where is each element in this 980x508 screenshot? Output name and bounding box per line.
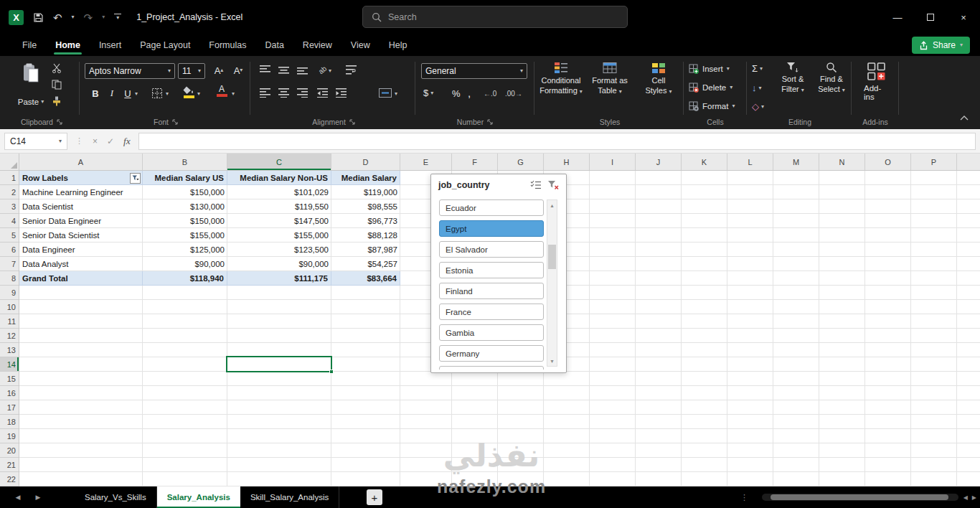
pivot-data-row-cell[interactable]: $125,000 bbox=[143, 243, 227, 257]
number-format-select[interactable]: General ▾ bbox=[421, 63, 527, 79]
row-labels-filter-button[interactable] bbox=[130, 173, 141, 184]
pivot-data-row-cell[interactable]: Data Scientist bbox=[19, 199, 143, 214]
slicer-item-partial[interactable] bbox=[439, 366, 544, 370]
alignment-dialog-launcher-icon[interactable] bbox=[349, 119, 355, 125]
column-header-D[interactable]: D bbox=[331, 154, 400, 170]
slicer-scrollbar[interactable]: ▴ ▾ bbox=[547, 199, 557, 367]
search-box[interactable] bbox=[362, 6, 628, 28]
caret-down-icon[interactable]: ▾ bbox=[166, 91, 169, 97]
excel-app-icon[interactable]: X bbox=[9, 10, 24, 25]
align-bottom-icon[interactable] bbox=[297, 65, 308, 75]
sheet-tab-skill_salary_analysis[interactable]: Skill_Salary_Analysis bbox=[240, 486, 339, 508]
wrap-text-icon[interactable] bbox=[346, 65, 357, 75]
row-header-6[interactable]: 6 bbox=[0, 243, 19, 257]
slicer-item-ecuador[interactable]: Ecuador bbox=[439, 199, 544, 216]
slicer-clear-filter-button[interactable] bbox=[545, 178, 562, 192]
delete-cells-button[interactable]: Delete ▾ bbox=[689, 83, 732, 93]
sheet-nav-next-icon[interactable]: ▶ bbox=[32, 486, 44, 508]
percent-style-button[interactable]: % bbox=[452, 88, 461, 99]
pivot-data-row-cell[interactable]: $155,000 bbox=[227, 228, 331, 243]
pivot-grand-total-row-cell[interactable]: $118,940 bbox=[143, 271, 227, 286]
format-as-table-button[interactable]: Format as Table ▾ bbox=[587, 62, 633, 96]
bold-button[interactable]: B bbox=[88, 86, 103, 100]
pivot-header-row-cell[interactable]: Median Salary bbox=[331, 171, 400, 185]
row-header-20[interactable]: 20 bbox=[0, 443, 19, 458]
column-header-P[interactable]: P bbox=[911, 154, 957, 170]
collapse-ribbon-button[interactable] bbox=[960, 110, 969, 123]
row-header-17[interactable]: 17 bbox=[0, 400, 19, 415]
sheet-tab-salary_analysis[interactable]: Salary_Analysis bbox=[157, 486, 240, 508]
font-size-select[interactable]: 11 ▾ bbox=[178, 63, 205, 79]
slicer-scroll-thumb[interactable] bbox=[548, 245, 556, 269]
confirm-icon[interactable]: ✓ bbox=[107, 136, 114, 146]
column-header-J[interactable]: J bbox=[636, 154, 682, 170]
insert-cells-button[interactable]: Insert ▾ bbox=[689, 64, 730, 74]
column-header-O[interactable]: O bbox=[865, 154, 911, 170]
pivot-data-row-cell[interactable]: $96,773 bbox=[331, 214, 400, 228]
pivot-data-row-cell[interactable]: $90,000 bbox=[143, 257, 227, 271]
slicer-item-finland[interactable]: Finland bbox=[439, 283, 544, 299]
slicer-item-france[interactable]: France bbox=[439, 304, 544, 320]
column-header-H[interactable]: H bbox=[544, 154, 590, 170]
pivot-data-row-cell[interactable]: $123,500 bbox=[227, 243, 331, 257]
row-header-19[interactable]: 19 bbox=[0, 429, 19, 443]
row-header-9[interactable]: 9 bbox=[0, 286, 19, 300]
horizontal-scroll-thumb[interactable] bbox=[771, 494, 948, 500]
pivot-data-row-cell[interactable]: $119,000 bbox=[331, 185, 400, 199]
menu-tab-insert[interactable]: Insert bbox=[90, 34, 131, 56]
format-cells-button[interactable]: Format ▾ bbox=[689, 101, 735, 111]
row-header-10[interactable]: 10 bbox=[0, 300, 19, 314]
pivot-data-row-cell[interactable]: $98,555 bbox=[331, 199, 400, 214]
align-middle-icon[interactable] bbox=[278, 65, 290, 75]
pivot-grand-total-row-cell[interactable]: $83,664 bbox=[331, 271, 400, 286]
tab-splitter-icon[interactable]: ⋮ bbox=[740, 486, 748, 508]
sort-filter-button[interactable]: Sort & Filter ▾ bbox=[775, 62, 811, 95]
fill-button[interactable]: ↓ ▾ bbox=[752, 83, 762, 93]
pivot-data-row-cell[interactable]: $101,029 bbox=[227, 185, 331, 199]
paste-button[interactable]: Paste▾ bbox=[14, 62, 47, 108]
row-header-13[interactable]: 13 bbox=[0, 343, 19, 357]
caret-down-icon[interactable]: ▾ bbox=[395, 91, 397, 97]
column-header-L[interactable]: L bbox=[727, 154, 773, 170]
autosum-button[interactable]: Σ ▾ bbox=[752, 63, 763, 74]
pivot-data-row-cell[interactable]: Machine Learning Engineer bbox=[19, 185, 143, 199]
sheet-nav-prev-icon[interactable]: ◀ bbox=[11, 486, 24, 508]
search-input[interactable] bbox=[388, 12, 589, 22]
row-header-16[interactable]: 16 bbox=[0, 386, 19, 400]
fill-handle[interactable] bbox=[329, 370, 334, 374]
menu-tab-formulas[interactable]: Formulas bbox=[199, 34, 255, 56]
pivot-data-row-cell[interactable]: $130,000 bbox=[143, 199, 227, 214]
row-header-14[interactable]: 14 bbox=[0, 357, 19, 372]
pivot-data-row-cell[interactable]: $155,000 bbox=[143, 228, 227, 243]
formula-input[interactable] bbox=[138, 133, 976, 150]
pivot-data-row-cell[interactable]: $54,257 bbox=[331, 257, 400, 271]
cancel-icon[interactable]: × bbox=[93, 136, 98, 146]
undo-caret-icon[interactable]: ▾ bbox=[72, 14, 75, 20]
pivot-data-row-cell[interactable]: $87,987 bbox=[331, 243, 400, 257]
orientation-icon[interactable]: ab bbox=[317, 65, 329, 76]
clipboard-dialog-launcher-icon[interactable] bbox=[57, 119, 62, 125]
format-painter-icon[interactable] bbox=[52, 96, 62, 106]
pivot-header-row-cell[interactable]: Median Salary Non-US bbox=[227, 171, 331, 185]
pivot-grand-total-row-cell[interactable]: $111,175 bbox=[227, 271, 331, 286]
column-header-N[interactable]: N bbox=[819, 154, 865, 170]
sheet-tab-salary_vs_skills[interactable]: Salary_Vs_Skills bbox=[75, 486, 157, 508]
number-dialog-launcher-icon[interactable] bbox=[487, 119, 493, 125]
row-header-21[interactable]: 21 bbox=[0, 458, 19, 472]
align-left-icon[interactable] bbox=[260, 88, 271, 98]
cell-styles-button[interactable]: Cell Styles ▾ bbox=[636, 62, 682, 96]
row-header-11[interactable]: 11 bbox=[0, 314, 19, 329]
font-color-button[interactable]: A bbox=[215, 85, 229, 97]
pivot-header-row-cell[interactable]: Median Salary US bbox=[143, 171, 227, 185]
scroll-right-icon[interactable]: ▶ bbox=[972, 486, 976, 508]
column-header-M[interactable]: M bbox=[773, 154, 819, 170]
select-all-corner[interactable] bbox=[0, 154, 19, 171]
find-select-button[interactable]: Find & Select ▾ bbox=[814, 62, 849, 95]
row-header-15[interactable]: 15 bbox=[0, 372, 19, 386]
column-header-E[interactable]: E bbox=[400, 154, 452, 170]
slicer-scroll-up-icon[interactable]: ▴ bbox=[547, 200, 557, 210]
pivot-data-row-cell[interactable]: Data Engineer bbox=[19, 243, 143, 257]
caret-down-icon[interactable]: ▾ bbox=[197, 91, 200, 97]
accounting-format-button[interactable]: $ ▾ bbox=[423, 88, 433, 98]
cut-icon[interactable] bbox=[52, 63, 62, 73]
